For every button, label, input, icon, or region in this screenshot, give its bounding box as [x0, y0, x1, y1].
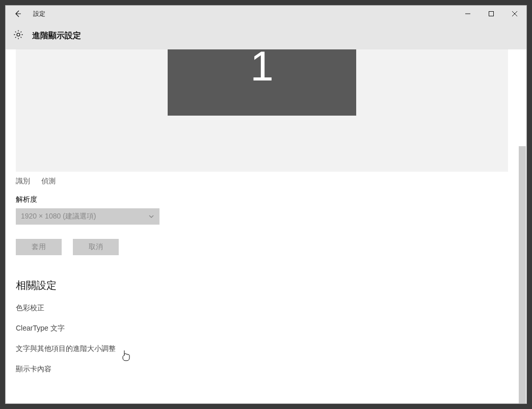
minimize-button[interactable]	[456, 6, 480, 22]
identify-link[interactable]: 識別	[16, 177, 30, 186]
link-cleartype-text[interactable]: ClearType 文字	[16, 324, 508, 333]
svg-point-1	[17, 33, 20, 36]
resolution-label: 解析度	[16, 195, 508, 204]
button-row: 套用 取消	[16, 239, 508, 255]
resolution-dropdown[interactable]: 1920 × 1080 (建議選項)	[16, 208, 159, 225]
display-1-tile[interactable]: 1	[168, 49, 356, 116]
identify-detect-row: 識別 偵測	[16, 177, 508, 186]
close-button[interactable]	[503, 6, 526, 22]
window-controls	[456, 6, 526, 22]
content-scroll[interactable]: 1 識別 偵測 解析度 1920 × 1080 (建議選項) 套用 取消 相關設…	[6, 49, 518, 403]
apply-button[interactable]: 套用	[16, 239, 62, 255]
settings-window: 設定 進階顯示設定 1	[5, 5, 527, 404]
close-icon	[512, 11, 517, 16]
scrollbar[interactable]	[518, 49, 526, 403]
display-number: 1	[250, 49, 274, 83]
page-title: 進階顯示設定	[32, 31, 81, 41]
scrollbar-thumb[interactable]	[519, 146, 526, 403]
resolution-value: 1920 × 1080 (建議選項)	[21, 212, 96, 221]
content-wrap: 1 識別 偵測 解析度 1920 × 1080 (建議選項) 套用 取消 相關設…	[6, 49, 526, 403]
minimize-icon	[465, 11, 470, 16]
link-advanced-sizing[interactable]: 文字與其他項目的進階大小調整	[16, 344, 508, 353]
page-header: 進階顯示設定	[6, 22, 526, 49]
gear-icon	[13, 29, 24, 42]
svg-rect-0	[489, 12, 494, 16]
window-title: 設定	[30, 10, 45, 18]
related-settings-heading: 相關設定	[16, 279, 508, 292]
arrow-left-icon	[14, 10, 22, 18]
detect-link[interactable]: 偵測	[41, 177, 56, 186]
chevron-down-icon	[148, 213, 154, 220]
link-color-calibration[interactable]: 色彩校正	[16, 304, 508, 313]
titlebar: 設定	[6, 6, 526, 22]
maximize-icon	[489, 11, 494, 16]
display-arrangement-area[interactable]: 1	[16, 49, 508, 172]
cancel-button[interactable]: 取消	[73, 239, 119, 255]
back-button[interactable]	[6, 6, 30, 22]
maximize-button[interactable]	[480, 6, 503, 22]
link-display-adapter[interactable]: 顯示卡內容	[16, 365, 508, 374]
